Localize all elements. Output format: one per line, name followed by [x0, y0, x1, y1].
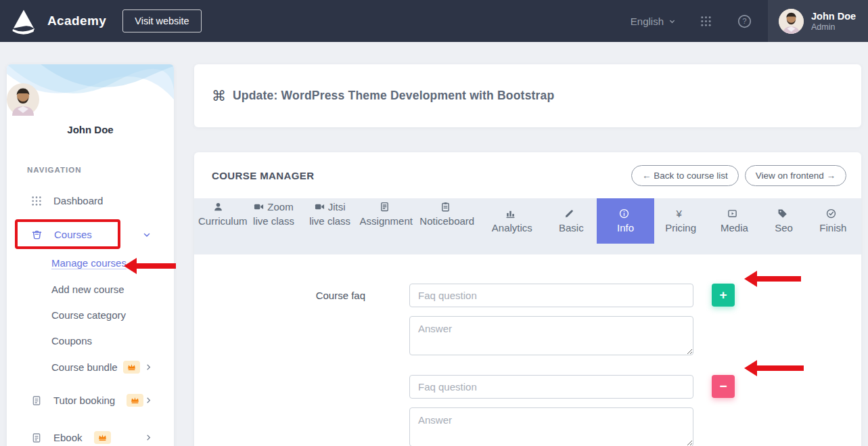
sidebar-item-label: Tutor booking [53, 395, 115, 406]
media-icon [727, 208, 737, 219]
premium-crown-icon [123, 361, 140, 374]
grid-dots-icon [31, 196, 42, 206]
page-title: Update: WordPress Theme Development with… [233, 89, 554, 103]
tab-basic[interactable]: Basic [545, 198, 597, 244]
page-header-card: ⌘ Update: WordPress Theme Development wi… [194, 64, 861, 127]
apps-grid-icon[interactable] [700, 16, 712, 27]
faq-label-spacer [194, 375, 365, 381]
sidebar-item-add-new-course[interactable]: Add new course [7, 284, 174, 295]
sidebar-item-label: Dashboard [53, 195, 103, 206]
sidebar-item-label: Course category [51, 309, 126, 321]
language-dropdown[interactable]: English [631, 16, 676, 27]
sidebar-item-label: Manage courses [51, 257, 127, 269]
user-avatar [779, 9, 804, 34]
sidebar-item-course-category[interactable]: Course category [7, 309, 174, 321]
clipboard-icon [440, 202, 451, 212]
chevron-down-icon [143, 231, 151, 239]
course-faq-label: Course faq [194, 284, 365, 301]
faq-question-input[interactable] [409, 375, 693, 399]
tab-curriculum[interactable]: Curriculum [196, 198, 244, 229]
course-manager-header: COURSE MANAGER ← Back to course list Vie… [194, 152, 861, 198]
document-icon [31, 432, 42, 443]
chevron-right-icon [145, 397, 152, 404]
faq-actions: + [712, 284, 735, 307]
faq-answer-textarea[interactable] [409, 407, 693, 446]
topbar: Academy Visit website English ? [0, 0, 868, 42]
tab-jitsi-live-class[interactable]: Jitsi live class [303, 198, 357, 229]
sidebar-profile: John Doe [7, 64, 174, 135]
faq-question-input[interactable] [409, 284, 693, 307]
premium-crown-icon [127, 394, 143, 407]
svg-text:?: ? [742, 17, 746, 25]
faq-answer-textarea[interactable] [409, 316, 693, 355]
sidebar-item-dashboard[interactable]: Dashboard [7, 195, 174, 206]
tab-seo[interactable]: Seo [762, 198, 806, 244]
command-icon: ⌘ [212, 88, 226, 104]
sidebar-item-label: Ebook [53, 432, 83, 443]
visit-website-button[interactable]: Visit website [122, 9, 201, 32]
chevron-right-icon [145, 434, 152, 441]
brand-name: Academy [47, 14, 106, 28]
tab-zoom-live-class[interactable]: Zoom live class [244, 198, 303, 229]
language-label: English [631, 16, 664, 27]
nav-heading: NAVIGATION [27, 166, 174, 174]
pen-icon [564, 208, 574, 219]
tab-pricing[interactable]: ¥Pricing [654, 198, 708, 244]
chevron-down-icon [668, 18, 676, 25]
user-menu[interactable]: John Doe Admin [768, 0, 868, 42]
tab-info[interactable]: Info [597, 198, 654, 244]
course-manager-card: COURSE MANAGER ← Back to course list Vie… [194, 152, 861, 446]
sidebar-item-label: Courses [54, 229, 92, 240]
sidebar-item-course-bundle[interactable]: Course bundle [7, 361, 174, 374]
tab-assignment[interactable]: Assignment [357, 198, 415, 229]
user-name: John Doe [811, 10, 856, 22]
sidebar-item-courses[interactable]: Courses [7, 229, 174, 240]
remove-faq-button[interactable]: − [712, 375, 735, 398]
sidebar-item-manage-courses[interactable]: Manage courses [7, 257, 174, 269]
help-icon[interactable]: ? [737, 14, 752, 28]
user-role: Admin [811, 22, 856, 32]
basket-icon [31, 229, 43, 240]
chevron-right-icon [145, 363, 152, 371]
video-camera-icon [315, 202, 325, 212]
tab-media[interactable]: Media [707, 198, 761, 244]
info-circle-icon [619, 208, 629, 219]
profile-avatar [7, 83, 174, 116]
check-circle-icon [826, 208, 836, 219]
bar-chart-icon [505, 208, 516, 219]
faq-fields [409, 284, 693, 357]
user-icon [213, 202, 223, 212]
tab-noticeboard[interactable]: Noticeboard [415, 198, 478, 229]
video-camera-icon [254, 202, 264, 212]
view-on-frontend-button[interactable]: View on frontend → [745, 165, 846, 186]
yen-icon: ¥ [676, 206, 681, 221]
document-icon [31, 395, 42, 406]
faq-fields [409, 375, 693, 446]
document-icon [380, 202, 390, 212]
profile-name: John Doe [7, 124, 174, 135]
sidebar-item-tutor-booking[interactable]: Tutor booking [7, 394, 174, 407]
premium-crown-icon [94, 431, 111, 444]
tab-finish[interactable]: Finish [806, 198, 860, 244]
user-info: John Doe Admin [811, 10, 856, 32]
sidebar: John Doe NAVIGATION Dashboard Courses [7, 64, 174, 446]
faq-group-1: Course faq + [194, 284, 861, 357]
tag-icon [777, 208, 787, 219]
course-manager-title: COURSE MANAGER [212, 170, 314, 181]
back-to-course-list-button[interactable]: ← Back to course list [631, 165, 739, 186]
academy-logo-icon [8, 5, 39, 37]
faq-group-2: − [194, 375, 861, 446]
sidebar-item-label: Add new course [51, 284, 124, 295]
tab-analytics[interactable]: Analytics [478, 198, 545, 244]
sidebar-item-coupons[interactable]: Coupons [7, 335, 174, 347]
sidebar-item-ebook[interactable]: Ebook [7, 431, 174, 444]
course-faq-form: Course faq + − [194, 254, 861, 446]
faq-actions: − [712, 375, 735, 398]
sidebar-item-label: Course bundle [51, 361, 118, 373]
add-faq-button[interactable]: + [712, 284, 735, 307]
brand[interactable]: Academy [0, 5, 106, 37]
course-manager-tabbar: Curriculum Zoom live class Jitsi live cl… [194, 198, 861, 254]
sidebar-item-label: Coupons [51, 335, 92, 347]
